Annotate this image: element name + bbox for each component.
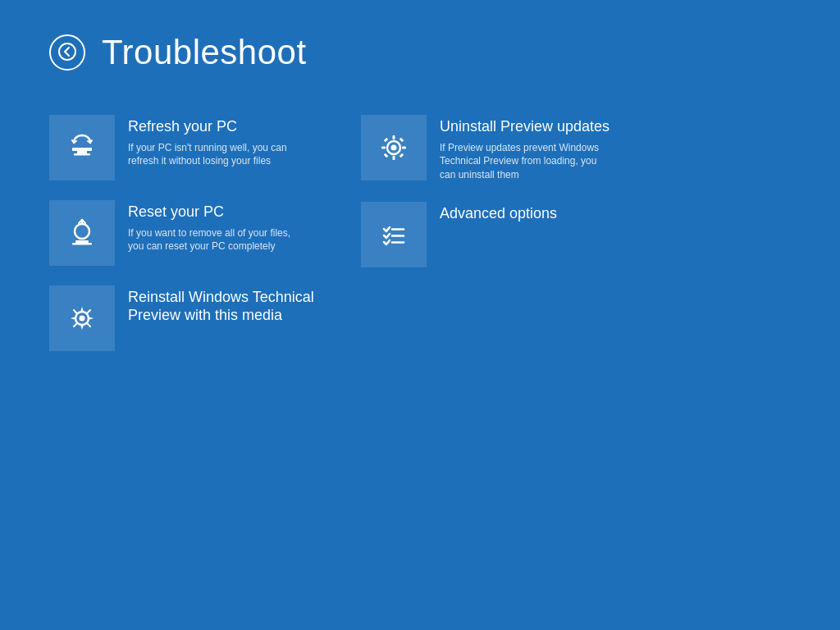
svg-point-7	[80, 316, 85, 322]
right-column: Uninstall Preview updates If Preview upd…	[361, 105, 673, 361]
advanced-title: Advanced options	[440, 205, 557, 223]
option-reinstall[interactable]: Reinstall Windows Technical Preview with…	[49, 276, 361, 361]
reinstall-icon-box	[49, 285, 115, 351]
advanced-text: Advanced options	[440, 202, 557, 228]
back-button[interactable]	[49, 34, 85, 71]
svg-point-4	[75, 224, 89, 239]
svg-rect-16	[399, 153, 404, 158]
svg-rect-6	[72, 243, 92, 245]
refresh-icon	[66, 131, 98, 164]
reset-desc: If you want to remove all of your files,…	[128, 226, 292, 254]
reset-icon	[66, 217, 98, 249]
uninstall-text: Uninstall Preview updates If Preview upd…	[440, 115, 609, 182]
svg-rect-11	[381, 147, 386, 149]
option-refresh[interactable]: Refresh your PC If your PC isn't running…	[49, 105, 361, 190]
reset-title: Reset your PC	[128, 203, 292, 221]
svg-rect-1	[72, 148, 92, 151]
option-uninstall[interactable]: Uninstall Preview updates If Preview upd…	[361, 105, 673, 192]
svg-rect-2	[77, 151, 87, 153]
option-advanced[interactable]: Advanced options	[361, 192, 673, 277]
reinstall-text: Reinstall Windows Technical Preview with…	[128, 285, 345, 329]
reset-text: Reset your PC If you want to remove all …	[128, 200, 292, 253]
svg-rect-14	[399, 138, 404, 143]
uninstall-title: Uninstall Preview updates	[440, 118, 609, 136]
left-column: Refresh your PC If your PC isn't running…	[49, 105, 361, 361]
options-grid: Refresh your PC If your PC isn't running…	[49, 105, 673, 361]
refresh-title: Refresh your PC	[128, 118, 292, 136]
svg-rect-13	[384, 138, 389, 143]
page-title: Troubleshoot	[102, 33, 307, 72]
reinstall-gear-icon	[66, 302, 98, 335]
svg-rect-10	[393, 156, 395, 160]
svg-rect-5	[75, 240, 89, 243]
svg-point-0	[59, 43, 75, 60]
back-arrow-icon	[58, 43, 76, 63]
svg-rect-12	[402, 147, 406, 149]
option-reset[interactable]: Reset your PC If you want to remove all …	[49, 190, 361, 276]
advanced-icon-box	[361, 202, 427, 267]
refresh-icon-box	[49, 115, 115, 180]
svg-rect-15	[384, 153, 389, 158]
reset-icon-box	[49, 200, 115, 266]
refresh-desc: If your PC isn't running well, you can r…	[128, 141, 292, 169]
svg-rect-9	[393, 135, 395, 139]
uninstall-desc: If Preview updates prevent Windows Techn…	[440, 141, 604, 182]
svg-rect-3	[74, 153, 90, 156]
uninstall-icon-box	[361, 115, 427, 180]
refresh-text: Refresh your PC If your PC isn't running…	[128, 115, 292, 168]
checklist-icon	[377, 218, 410, 251]
header: Troubleshoot	[49, 33, 791, 72]
troubleshoot-page: Troubleshoot	[0, 0, 840, 630]
reinstall-title: Reinstall Windows Technical Preview with…	[128, 289, 345, 324]
svg-point-8	[391, 145, 397, 151]
uninstall-gear-icon	[377, 131, 410, 164]
